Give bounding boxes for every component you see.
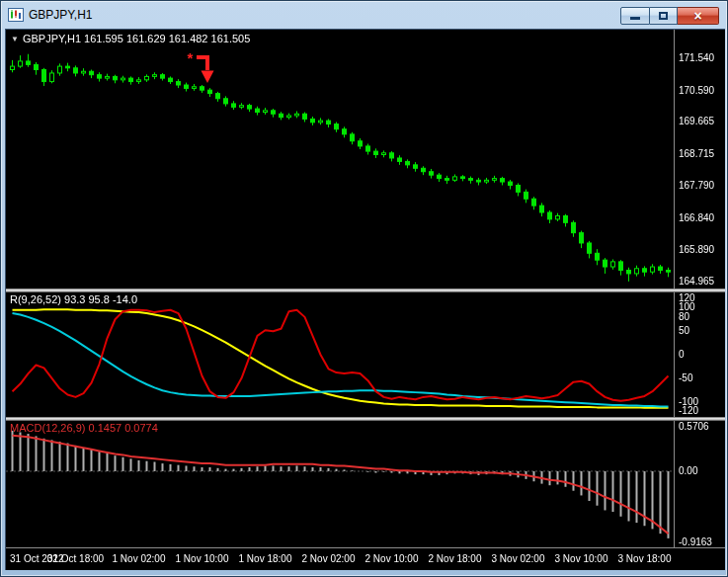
close-button[interactable]: × <box>678 7 719 25</box>
chart-area: ▼ GBPJPY,H1 161.595 161.629 161.482 161.… <box>5 29 725 570</box>
titlebar[interactable]: GBPJPY,H1 × <box>2 2 726 28</box>
sell-arrow[interactable]: * <box>189 50 216 86</box>
window-controls: × <box>620 7 719 25</box>
sell-arrow-icon <box>194 51 215 85</box>
quote-text: GBPJPY,H1 161.595 161.629 161.482 161.50… <box>23 33 250 44</box>
panel-separator[interactable] <box>6 417 725 421</box>
chart-window: GBPJPY,H1 × ▼ GBPJPY,H1 161.595 161.629 … <box>0 0 728 577</box>
symbol-dropdown-icon[interactable]: ▼ <box>11 35 19 43</box>
window-title: GBPJPY,H1 <box>29 8 92 22</box>
close-icon: × <box>693 9 701 23</box>
panel-separator[interactable] <box>6 288 725 292</box>
macd-indicator-label: MACD(12,26,9) 0.1457 0.0774 <box>10 422 158 434</box>
minimize-icon <box>630 17 640 20</box>
minimize-button[interactable] <box>620 7 650 25</box>
chart-icon <box>8 8 24 22</box>
restore-icon <box>659 12 668 20</box>
oscillator-label: R(9,26,52) 93.3 95.8 -14.0 <box>10 293 137 305</box>
quote-line: ▼ GBPJPY,H1 161.595 161.629 161.482 161.… <box>11 33 250 44</box>
restore-button[interactable] <box>650 7 678 25</box>
sell-marker-star-icon: * <box>188 50 194 65</box>
time-axis[interactable] <box>6 548 674 571</box>
price-axis[interactable] <box>675 30 726 547</box>
